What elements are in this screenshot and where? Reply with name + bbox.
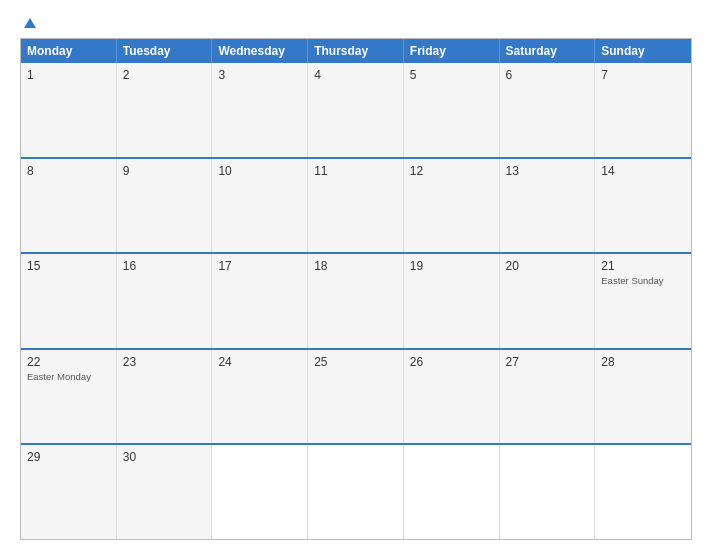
day-number: 23 [123,355,206,369]
calendar-cell: 23 [117,350,213,444]
day-number: 13 [506,164,589,178]
calendar-cell: 6 [500,63,596,157]
day-number: 28 [601,355,685,369]
header-cell-saturday: Saturday [500,39,596,63]
week-row-1: 1234567 [21,63,691,159]
calendar-cell: 30 [117,445,213,539]
day-number: 1 [27,68,110,82]
event-label: Easter Sunday [601,275,685,287]
day-number: 4 [314,68,397,82]
header-cell-tuesday: Tuesday [117,39,213,63]
calendar-cell [212,445,308,539]
day-number: 6 [506,68,589,82]
day-number: 3 [218,68,301,82]
calendar-cell: 27 [500,350,596,444]
day-number: 25 [314,355,397,369]
day-number: 26 [410,355,493,369]
day-number: 8 [27,164,110,178]
logo-blue-text [20,18,36,28]
calendar-header: MondayTuesdayWednesdayThursdayFridaySatu… [21,39,691,63]
day-number: 24 [218,355,301,369]
day-number: 20 [506,259,589,273]
calendar: MondayTuesdayWednesdayThursdayFridaySatu… [20,38,692,540]
calendar-cell: 10 [212,159,308,253]
calendar-cell: 18 [308,254,404,348]
calendar-cell: 20 [500,254,596,348]
day-number: 11 [314,164,397,178]
day-number: 10 [218,164,301,178]
calendar-cell: 13 [500,159,596,253]
calendar-cell [308,445,404,539]
logo-triangle-icon [24,18,36,28]
event-label: Easter Monday [27,371,110,383]
day-number: 30 [123,450,206,464]
calendar-cell: 15 [21,254,117,348]
day-number: 19 [410,259,493,273]
calendar-cell: 7 [595,63,691,157]
calendar-cell: 1 [21,63,117,157]
day-number: 14 [601,164,685,178]
calendar-cell: 5 [404,63,500,157]
calendar-cell: 16 [117,254,213,348]
day-number: 27 [506,355,589,369]
calendar-cell: 9 [117,159,213,253]
calendar-cell: 11 [308,159,404,253]
calendar-cell: 21Easter Sunday [595,254,691,348]
day-number: 2 [123,68,206,82]
calendar-cell: 2 [117,63,213,157]
calendar-body: 123456789101112131415161718192021Easter … [21,63,691,539]
header-cell-friday: Friday [404,39,500,63]
header-cell-thursday: Thursday [308,39,404,63]
day-number: 7 [601,68,685,82]
day-number: 17 [218,259,301,273]
day-number: 9 [123,164,206,178]
calendar-cell: 4 [308,63,404,157]
day-number: 21 [601,259,685,273]
day-number: 5 [410,68,493,82]
header-cell-wednesday: Wednesday [212,39,308,63]
week-row-4: 22Easter Monday232425262728 [21,350,691,446]
header-cell-sunday: Sunday [595,39,691,63]
calendar-cell [595,445,691,539]
calendar-cell [500,445,596,539]
day-number: 15 [27,259,110,273]
week-row-3: 15161718192021Easter Sunday [21,254,691,350]
calendar-cell: 26 [404,350,500,444]
calendar-cell: 14 [595,159,691,253]
day-number: 18 [314,259,397,273]
calendar-cell: 3 [212,63,308,157]
week-row-2: 891011121314 [21,159,691,255]
calendar-cell: 8 [21,159,117,253]
calendar-cell: 24 [212,350,308,444]
day-number: 12 [410,164,493,178]
day-number: 16 [123,259,206,273]
day-number: 22 [27,355,110,369]
calendar-cell: 19 [404,254,500,348]
week-row-5: 2930 [21,445,691,539]
page-header [20,18,692,28]
calendar-cell: 22Easter Monday [21,350,117,444]
calendar-cell: 25 [308,350,404,444]
calendar-cell: 17 [212,254,308,348]
logo [20,18,36,28]
calendar-cell: 29 [21,445,117,539]
calendar-cell: 12 [404,159,500,253]
calendar-cell: 28 [595,350,691,444]
header-cell-monday: Monday [21,39,117,63]
day-number: 29 [27,450,110,464]
calendar-cell [404,445,500,539]
